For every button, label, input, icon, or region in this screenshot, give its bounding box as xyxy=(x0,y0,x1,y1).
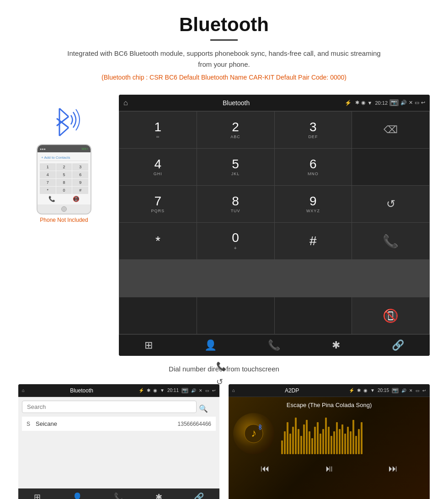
pb-sig-icon: ▼ xyxy=(160,388,165,393)
bottom-bt-icon[interactable]: ✱ xyxy=(332,339,340,351)
page-header: Bluetooth Integrated with BC6 Bluetooth … xyxy=(0,0,448,90)
dial-key-3[interactable]: 3 DEF xyxy=(275,112,352,148)
sp-add-contacts: + Add to Contacts xyxy=(40,155,88,161)
pb-usb-icon: ⚡ xyxy=(139,388,144,393)
home-icon[interactable]: ⌂ xyxy=(123,99,128,107)
search-icon[interactable]: 🔍 xyxy=(199,404,208,413)
phonebook-screen: ⌂ Bluetooth ⚡ ✱ ◉ ▼ 20:11 📷 🔊 ✕ ▭ ↩ 🔍 xyxy=(18,384,219,499)
music-home-icon[interactable]: ⌂ xyxy=(232,388,235,393)
dial-key-end-call[interactable]: 📵 xyxy=(352,297,429,334)
bottom-link-icon[interactable]: 🔗 xyxy=(392,339,404,351)
bottom-grid-icon[interactable]: ⊞ xyxy=(144,339,153,351)
music-status-bar: ⌂ A2DP ⚡ ✱ ◉ ▼ 20:15 📷 🔊 ✕ ▭ ↩ xyxy=(229,384,430,397)
camera-icon[interactable]: 📷 xyxy=(389,99,399,106)
pb-right-refresh-icon[interactable]: ↺ xyxy=(216,384,219,387)
pb-win-icon[interactable]: ▭ xyxy=(205,388,209,393)
dialpad-grid: 1 ∞ 2 ABC 3 DEF ⌫ 4 GHI 5 JKL xyxy=(119,111,430,297)
app-title: Bluetooth xyxy=(132,99,341,107)
dial-key-5[interactable]: 5 JKL xyxy=(197,149,274,185)
music-content: Escape (The Pina Colada Song) ♪ xyxy=(229,397,430,499)
close-icon[interactable]: ✕ xyxy=(409,100,413,106)
next-track-icon[interactable]: ⏭ xyxy=(389,463,398,474)
pb-bt-icon[interactable]: ✱ xyxy=(155,492,162,499)
smartphone-mock: ●●● MX+ + Add to Contacts 123 456 789 *0… xyxy=(37,144,91,215)
dial-key-0[interactable]: 0 + xyxy=(197,223,274,259)
phonebook-block: ⌂ Bluetooth ⚡ ✱ ◉ ▼ 20:11 📷 🔊 ✕ ▭ ↩ 🔍 xyxy=(18,384,219,499)
pb-home-icon[interactable]: ⌂ xyxy=(22,388,25,393)
dial-key-6[interactable]: 6 MNO xyxy=(275,149,352,185)
contact-phone: 13566664466 xyxy=(178,421,211,427)
dial-key-refresh[interactable]: ↺ xyxy=(352,186,429,222)
contact-row[interactable]: S Seicane 13566664466 xyxy=(22,417,216,431)
svg-line-4 xyxy=(57,118,69,128)
status-icons: ✱ ◉ ▼ 20:12 📷 🔊 ✕ ▭ ↩ xyxy=(355,99,425,106)
pb-contacts-icon[interactable]: 👤 xyxy=(72,492,82,499)
dial-key-2[interactable]: 2 ABC xyxy=(197,112,274,148)
status-bar: ⌂ Bluetooth ⚡ ✱ ◉ ▼ 20:12 📷 🔊 ✕ ▭ ↩ xyxy=(119,95,430,111)
back-icon[interactable]: ↩ xyxy=(421,100,425,106)
contact-letter: S xyxy=(27,421,36,427)
pb-status-bar: ⌂ Bluetooth ⚡ ✱ ◉ ▼ 20:11 📷 🔊 ✕ ▭ ↩ xyxy=(18,384,219,397)
phonebook-search[interactable] xyxy=(22,401,197,413)
pb-bottom-bar: ⊞ 👤 📞 ✱ 🔗 xyxy=(18,488,219,499)
svg-line-3 xyxy=(59,128,69,136)
play-pause-icon[interactable]: ⏯ xyxy=(325,463,334,474)
music-visualizer xyxy=(281,413,425,454)
phonebook-content: 🔍 S Seicane 13566664466 📞 ↺ xyxy=(18,397,219,488)
car-screen-dialpad: ⌂ Bluetooth ⚡ ✱ ◉ ▼ 20:12 📷 🔊 ✕ ▭ ↩ 1 ∞ xyxy=(119,95,430,356)
bluetooth-waves xyxy=(41,104,87,140)
phone-not-included: Phone Not Included xyxy=(40,217,88,223)
music-win-icon[interactable]: ▭ xyxy=(416,388,420,393)
music-block: ⌂ A2DP ⚡ ✱ ◉ ▼ 20:15 📷 🔊 ✕ ▭ ↩ Escape (T… xyxy=(229,384,430,499)
music-close-icon[interactable]: ✕ xyxy=(409,388,413,393)
pb-cam-icon[interactable]: 📷 xyxy=(181,388,188,393)
music-cam-icon[interactable]: 📷 xyxy=(392,388,399,393)
car-bottom-bar: ⊞ 👤 📞 ✱ 🔗 xyxy=(119,334,430,356)
dial-key-4[interactable]: 4 GHI xyxy=(119,149,197,185)
dial-key-9[interactable]: 9 WXYZ xyxy=(275,186,352,222)
pb-grid-icon[interactable]: ⊞ xyxy=(34,492,41,499)
dial-key-star[interactable]: * xyxy=(119,223,197,259)
window-icon[interactable]: ▭ xyxy=(415,100,419,106)
specs-line: (Bluetooth chip : CSR BC6 Default Blueto… xyxy=(9,74,439,81)
pb-back-icon[interactable]: ↩ xyxy=(212,388,216,393)
music-controls: ⏮ ⏯ ⏭ xyxy=(233,461,425,476)
music-time: 20:15 xyxy=(378,388,389,393)
bottom-phone-icon[interactable]: 📞 xyxy=(268,339,280,351)
dial-key-1[interactable]: 1 ∞ xyxy=(119,112,197,148)
usb-icon: ⚡ xyxy=(345,100,352,106)
bt-icon: ✱ xyxy=(355,100,359,106)
main-screen-area: ●●● MX+ + Add to Contacts 123 456 789 *0… xyxy=(0,90,448,360)
pb-app-title: Bluetooth xyxy=(27,387,136,394)
dial-key-empty-last1 xyxy=(119,297,197,334)
prev-track-icon[interactable]: ⏮ xyxy=(261,463,270,474)
sp-home-button xyxy=(61,206,67,212)
title-underline xyxy=(210,39,238,41)
pb-phone-icon[interactable]: 📞 xyxy=(114,492,124,499)
music-vol-icon[interactable]: 🔊 xyxy=(401,388,406,393)
music-usb-icon: ⚡ xyxy=(349,388,354,393)
svg-line-2 xyxy=(57,117,69,126)
location-icon: ◉ xyxy=(361,100,366,106)
dial-key-empty-r2 xyxy=(352,149,429,185)
dial-key-empty-last2 xyxy=(197,297,274,334)
bottom-contacts-icon[interactable]: 👤 xyxy=(204,339,217,351)
music-bt-icon: ✱ xyxy=(357,388,361,393)
dial-key-call[interactable]: 📞 xyxy=(352,223,429,259)
dial-key-8[interactable]: 8 TUV xyxy=(197,186,274,222)
signal-icon: ▼ xyxy=(368,100,373,106)
dial-key-backspace[interactable]: ⌫ xyxy=(352,112,429,148)
pb-vol-icon[interactable]: 🔊 xyxy=(191,388,196,393)
music-back-icon[interactable]: ↩ xyxy=(422,388,426,393)
dial-key-hash[interactable]: # xyxy=(275,223,352,259)
phone-side: ●●● MX+ + Add to Contacts 123 456 789 *0… xyxy=(18,95,110,223)
music-sig-icon: ▼ xyxy=(370,388,375,393)
svg-text:♪: ♪ xyxy=(251,427,256,439)
bottom-screens: ⌂ Bluetooth ⚡ ✱ ◉ ▼ 20:11 📷 🔊 ✕ ▭ ↩ 🔍 xyxy=(0,380,448,499)
pb-link-icon[interactable]: 🔗 xyxy=(194,492,204,499)
pb-close-icon[interactable]: ✕ xyxy=(199,388,203,393)
pb-loc-icon: ◉ xyxy=(153,388,157,393)
music-loc-icon: ◉ xyxy=(363,388,368,393)
dial-key-7[interactable]: 7 PQRS xyxy=(119,186,197,222)
volume-icon[interactable]: 🔊 xyxy=(400,100,407,106)
